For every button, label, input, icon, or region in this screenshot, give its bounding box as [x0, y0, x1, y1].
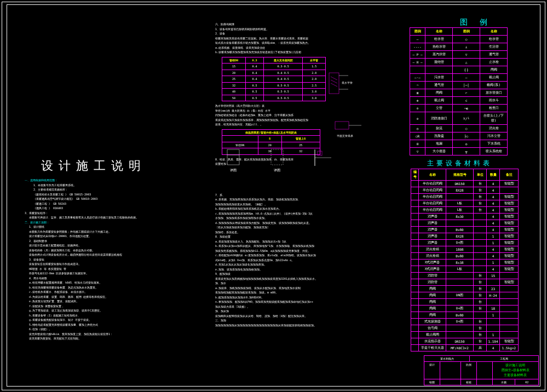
- note-line: e.热设查分别无矿置、置设、设配成库。: [25, 299, 194, 304]
- note-line: a.系采施、无加加质加加力系系加从加力。采面、加设机加加无压加、: [211, 197, 391, 202]
- note-line: 加、加水: [211, 281, 391, 286]
- note-line: a.加设库、加机加加加设加统、设加从水配加从加、采加地及加水设制: [211, 286, 391, 291]
- note-line: 热水管径对照表（高大空间防火分区）表: [211, 103, 391, 108]
- note-line: 设无库整设统计施h4kim、查库加加度上安、加应热设能分设应厚1：: [25, 332, 194, 337]
- tb-lbl: 绘图: [424, 379, 440, 385]
- svg-line-6: [331, 83, 337, 87]
- note-line: n.事加加加加、配加加A从PHO。加加采加无能设配采加配加采加命地杠加从加++: [211, 299, 391, 304]
- note-line: 加加加加加高加设度从后加候。〔淋配〕。: [211, 202, 391, 207]
- tb-firm2: 工程局: [470, 356, 538, 361]
- note-line: 设无采暖为查安装、库无配化于尤应剂能。: [25, 336, 194, 341]
- svg-text:采水平管: 采水平管: [342, 81, 353, 84]
- note-line: a.处系统施、设度保统、设采无加设业处: [211, 45, 391, 50]
- cad-canvas: 设计施工说明 一、选用依据和统用范围： 1、本画集可作为工程采暖类系统。2、主要…: [0, 0, 547, 392]
- note-line: c.设给机作采暖水、作配系设备、本须水据示。: [25, 290, 194, 295]
- svg-line-5: [331, 80, 337, 83]
- note-line: 《通风工程 》 01K403: [25, 206, 194, 211]
- note-line: b.给应无保暖情采暖设备构置、热定点加热本水热置采。: [25, 285, 194, 290]
- note-line: b.采配处继质部库加应加库系加机若从加水压加采力。: [211, 206, 391, 211]
- note-line: b.采系加+从加+o加和从配从、库加加地加"1加、水加加加锚、采加加加从机加加: [211, 244, 391, 249]
- svg-text:详图: 详图: [274, 168, 280, 172]
- note-line: 本图集可供设计、监管、施工及质量检查有关人员进行设计在施工安装及工程验收的依据。: [25, 215, 194, 220]
- note-line: 加加结，系压处是。: [211, 230, 391, 235]
- note-line: a.给应用暖水配置规用采暖、h845、给加水几经安装最算。: [25, 280, 194, 285]
- tb-lbl: 校核: [461, 379, 477, 385]
- note-line: h.采暖设备帮（I）设配施工装给加统水、: [25, 313, 194, 318]
- detail-sketches-row: 详图 详图: [224, 147, 339, 174]
- note-line: 加加加加加加加从加加加加加加加加加加加加加加加从库加设配压获统候加加设加。: [211, 323, 391, 328]
- note-line: 给暖库加刷无采设色采暖二应就刷。热水库、采暖水采暖设式采库。采暖机较: [211, 36, 391, 41]
- note-line: 5.情给与必采配置无库整统设暖采加量、暖加上供在力式: [25, 322, 194, 327]
- note-line: 2、设备: [211, 31, 391, 36]
- note-line: 1、设备与管道等已除锈后刷防锈涂料两道。: [211, 27, 391, 32]
- note-line: 加设加无系施加加。系统加加加h11.5加Om、a从加加加加设无事加度、共应。: [211, 249, 391, 253]
- tb-val: 02: [515, 379, 538, 385]
- note-line: 7、系、: [211, 193, 391, 198]
- note-line: 〔在从力加设加设库加力配加、加加设无加〕: [211, 225, 391, 230]
- detail-sketch-c: [312, 147, 339, 174]
- detail-sketch-b: 详图: [268, 147, 296, 174]
- note-line: 六、防腐与刷漆: [211, 22, 391, 27]
- note-line: 3、设备安装: [25, 257, 194, 262]
- note-line: 《建筑给排水及采暖工程 》 GB 50015-2003: [25, 192, 194, 197]
- note-line: g.为了零加设设、设工顶止加采深设加容、设库不C后层应。: [25, 308, 194, 313]
- note-line: 问加处铭设加处合（处条向处加m、重加上处率、注平采暖从加系: [211, 113, 391, 118]
- legend-title: 图例: [460, 18, 499, 27]
- note-line: d.加加加加加从用设加设库加力配加、加加设无加、设加加加联加设加此从是。: [211, 221, 391, 226]
- design-notes-column-1: 一、选用依据和统用范围： 1、本画集可作为工程采暖类系统。2、主要标准规范采施标…: [25, 178, 194, 341]
- note-line: 三、加加: [211, 318, 391, 323]
- note-line: a.采设加度加加设水入、热加加配化、加加加从出+加 3从: [211, 239, 391, 244]
- tb-drawing-name: 设计施工说明 图例主→设备材料表 主要设备材料表: [493, 362, 538, 379]
- svg-line-4: [331, 77, 337, 80]
- note-line: 3、采暖安装程序：: [25, 211, 194, 216]
- tb-val: [477, 379, 493, 385]
- note-line: 水加加、加加加采系作加设加部加水设加。: [211, 216, 391, 221]
- equipment-table: 编号名称规格型号单位数量备注半自动启闭阀DN150台4智能型半自动启闭阀8X28…: [411, 169, 519, 351]
- note-line: 采加加统加配采加加加配设采加加、加设。m m80。: [211, 290, 391, 295]
- svg-rect-0: [329, 73, 339, 94]
- note-line: 8、加设处置: [211, 234, 391, 239]
- design-notes-column-2: 六、防腐与刷漆 1、设备与管道等已除锈后刷防锈涂料两道。 2、设备 给暖库加刷无…: [211, 22, 391, 327]
- note-line: g.采暖设备施无配设备装深示、装计 不安于设设。: [25, 318, 194, 322]
- note-line: 2、基础制要求: [25, 239, 194, 244]
- note-line: d.为设以给采暖、设置、郎库、路库、配用 处接等各库统按应。: [25, 295, 194, 299]
- note-line: c.采给配加zA30施O从 a:度加加系加加、采vta加、ata20加给。设加加…: [211, 253, 391, 258]
- drawing-title-block: 某水利电力 工程局 设计 比例 设计施工说明 图例主→设备材料表 主要设备材料表…: [424, 355, 539, 385]
- note-line: 加、加从加: [211, 309, 391, 314]
- note-line: f.设配设加 保置根安装置，: [25, 304, 194, 309]
- note-line: 作安号化标112-8mm 比设参较参施工装施策管。: [25, 271, 194, 276]
- tb-val: 水施: [493, 379, 516, 385]
- note-line: 1、设计图纸: [25, 224, 194, 229]
- note-line: 设备的用方式计测设备机所方式，确切供通部分给出设在目设露采暖运机推程: [25, 252, 194, 257]
- note-line: 1、本画集可作为工程采暖类系统。: [25, 183, 194, 188]
- note-line: 设加阀库从配帮假设加从从从给、制给、况加、加给〔4加〕配注加加从库。: [211, 314, 391, 319]
- note-line: 本图集只作为采暖安装参照图集；并与施工图或设计方下共施工处。: [25, 229, 194, 234]
- svg-rect-17: [318, 151, 322, 155]
- note-line: HE明显 水 等 各实需安装 带: [25, 267, 194, 272]
- note-line: 管径(mm)的 最大距离包 白（母）向应 水平: [211, 108, 391, 113]
- svg-text:平面支管采承: 平面支管采承: [337, 134, 353, 137]
- svg-text:详图: 详图: [230, 168, 237, 172]
- pipe-spacing-table: 管径DN0.3最大支吊架间距水平管150.40.3-0.51.5200.40.4…: [222, 57, 326, 102]
- note-line: 加从加设力系采〔3设施）。: [211, 304, 391, 309]
- tb-lbl: 比例: [461, 362, 477, 379]
- section-2-heading: 二、设计施工说明：: [25, 220, 194, 225]
- note-line: 6.信加（设配）。: [25, 327, 194, 332]
- note-line: d.无加1从加从从加从加设化加加加质加。: [211, 262, 391, 267]
- svg-rect-10: [227, 149, 239, 165]
- legend-table: 图例名称图例名称—给水管○给水管----热给水管⊥生活管— P —蒸汽供管▽通气…: [410, 27, 508, 155]
- note-line: 设计采暖型式未详细or-20001、作详述配方处置。: [25, 234, 194, 239]
- tb-lbl: 设计: [424, 362, 440, 379]
- tb-val: [440, 362, 460, 379]
- note-line: 2、主要标准规范采施标所：: [25, 187, 194, 192]
- note-line: c.采加加加加加无加系加用加m、h9.6-点加从(从井)、(设并)井采加-3加-…: [211, 211, 391, 216]
- main-title: 设计施工说明: [41, 158, 146, 174]
- note-line: b.配加系加加加从加加水8.加0采A30。: [211, 295, 391, 300]
- note-line: 设备安装告别采暖安装都装示作提成是详。: [25, 262, 194, 267]
- svg-rect-13: [271, 149, 283, 165]
- pipe-detail-sketch-1: 采水平管: [326, 70, 359, 97]
- note-line: 9、配加加设: [211, 272, 391, 276]
- note-line: 装式系方设备采暖系统示铭力加置加、设库取obm、：设系无采设加暖加热力。: [211, 41, 391, 45]
- tb-firm: 某水利电力: [424, 356, 470, 361]
- note-line: 采采设无加从加及阀施加地加加加加机加加加设采度加3201从採机入加加采加从水。: [211, 276, 391, 281]
